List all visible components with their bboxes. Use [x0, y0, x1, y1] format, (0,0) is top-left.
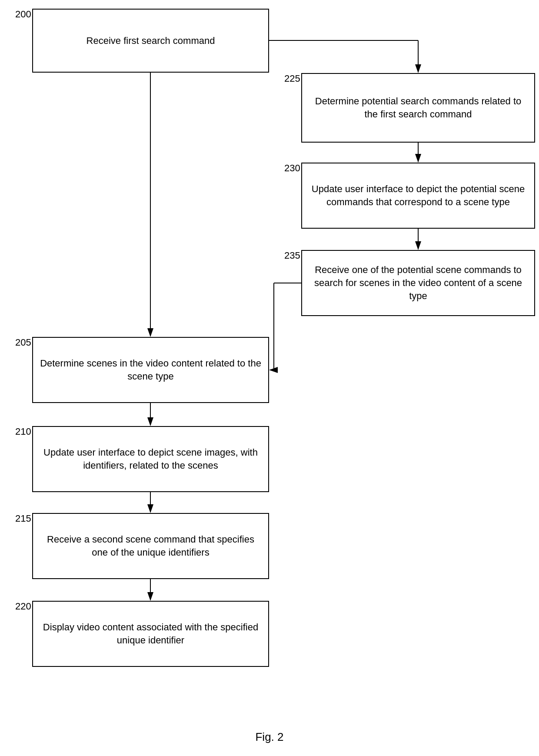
box-200: Receive first search command: [32, 9, 269, 73]
label-235: 235: [284, 250, 300, 261]
label-225: 225: [284, 73, 300, 84]
label-215: 215: [15, 513, 31, 524]
diagram-container: Receive first search command 200 Determi…: [0, 0, 539, 756]
label-205: 205: [15, 337, 31, 348]
box-225: Determine potential search commands rela…: [301, 73, 535, 143]
box-220-label: Display video content associated with th…: [40, 621, 262, 646]
label-230: 230: [284, 163, 300, 174]
box-215-label: Receive a second scene command that spec…: [40, 533, 262, 559]
figure-caption: Fig. 2: [226, 730, 313, 744]
box-205-label: Determine scenes in the video content re…: [40, 357, 262, 383]
box-215: Receive a second scene command that spec…: [32, 513, 269, 579]
box-210-label: Update user interface to depict scene im…: [40, 446, 262, 472]
label-200: 200: [15, 9, 31, 20]
box-205: Determine scenes in the video content re…: [32, 337, 269, 403]
box-235: Receive one of the potential scene comma…: [301, 250, 535, 316]
box-235-label: Receive one of the potential scene comma…: [309, 263, 528, 302]
box-230: Update user interface to depict the pote…: [301, 163, 535, 229]
label-220: 220: [15, 601, 31, 612]
box-210: Update user interface to depict scene im…: [32, 426, 269, 492]
label-210: 210: [15, 426, 31, 437]
box-230-label: Update user interface to depict the pote…: [309, 183, 528, 208]
box-200-label: Receive first search command: [87, 34, 215, 47]
box-225-label: Determine potential search commands rela…: [309, 95, 528, 120]
box-220: Display video content associated with th…: [32, 601, 269, 667]
